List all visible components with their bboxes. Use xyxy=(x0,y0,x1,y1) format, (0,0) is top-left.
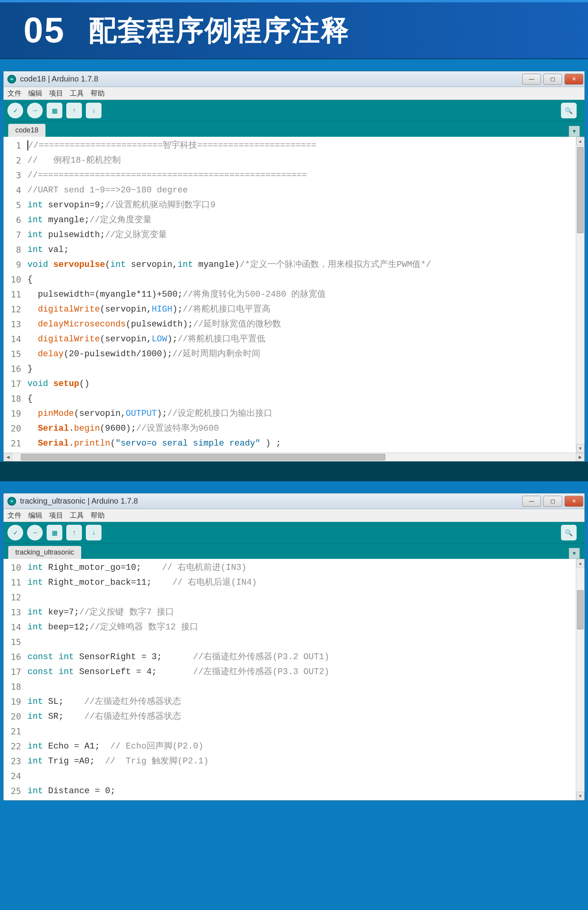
code-line[interactable]: int beep=12;//定义蜂鸣器 数字12 接口 xyxy=(27,620,573,635)
code-line[interactable] xyxy=(27,590,573,605)
code-area[interactable]: int Right_motor_go=10; // 右电机前进(IN3)int … xyxy=(25,559,576,800)
token-text xyxy=(53,652,58,662)
scroll-thumb[interactable] xyxy=(577,590,584,629)
code-line[interactable]: int Right_motor_back=11; // 右电机后退(IN4) xyxy=(27,575,573,590)
line-number: 24 xyxy=(4,769,21,784)
code-editor[interactable]: 123456789101112131415161718192021 //====… xyxy=(4,137,584,453)
code-line[interactable]: //UART send 1~9==>20~180 degree xyxy=(27,183,573,198)
tab-dropdown[interactable]: ▼ xyxy=(569,548,580,559)
scroll-thumb[interactable] xyxy=(577,147,584,233)
menu-edit[interactable]: 编辑 xyxy=(28,89,42,97)
save-button[interactable]: ↓ xyxy=(86,525,102,540)
tab-dropdown[interactable]: ▼ xyxy=(569,126,580,137)
scroll-up-icon[interactable]: ▲ xyxy=(576,137,584,145)
code-line[interactable] xyxy=(27,724,573,739)
code-editor[interactable]: 10111213141516171819202122232425 int Rig… xyxy=(4,559,584,800)
code-line[interactable]: int Trig =A0; // Trig 触发脚(P2.1) xyxy=(27,754,573,769)
token-comment: //将舵机接口电平置高 xyxy=(183,305,270,314)
scroll-down-icon[interactable]: ▼ xyxy=(576,792,584,800)
token-comment: //定义按键 数字7 接口 xyxy=(79,607,174,617)
serial-monitor-button[interactable]: 🔍 xyxy=(561,103,577,118)
menu-file[interactable]: 文件 xyxy=(7,511,22,519)
scroll-up-icon[interactable]: ▲ xyxy=(576,559,584,567)
code-line[interactable]: const int SensorLeft = 4; //左循迹红外传感器(P3.… xyxy=(27,665,573,680)
token-key: int xyxy=(27,563,43,573)
code-line[interactable]: //======================================… xyxy=(27,168,573,183)
token-text: SensorRight = 3; xyxy=(74,652,193,662)
code-line[interactable]: digitalWrite(servopin,LOW);//将舵机接口电平置低 xyxy=(27,332,573,347)
maximize-button[interactable]: ▢ xyxy=(543,74,562,85)
arrow-up-icon: ↑ xyxy=(73,529,76,536)
code-line[interactable]: int val; xyxy=(27,243,573,257)
maximize-button[interactable]: ▢ xyxy=(543,496,562,507)
vertical-scrollbar[interactable]: ▲ ▼ xyxy=(576,137,584,453)
tab-code18[interactable]: code18 xyxy=(8,124,45,137)
code-line[interactable]: { xyxy=(27,272,573,287)
code-line[interactable] xyxy=(27,680,573,694)
minimize-button[interactable]: — xyxy=(522,496,541,507)
code-line[interactable]: int servopin=9;//设置舵机驱动脚到数字口9 xyxy=(27,198,573,213)
upload-button[interactable]: → xyxy=(27,103,43,118)
token-text: (servopin, xyxy=(74,409,126,419)
code-line[interactable]: int myangle;//定义角度变量 xyxy=(27,213,573,228)
token-text: . xyxy=(69,424,74,433)
upload-button[interactable]: → xyxy=(27,525,43,540)
serial-monitor-button[interactable]: 🔍 xyxy=(561,525,577,540)
code-line[interactable]: //========================智宇科技==========… xyxy=(27,138,573,153)
line-number: 25 xyxy=(4,784,21,799)
menu-help[interactable]: 帮助 xyxy=(91,89,105,97)
scroll-left-icon[interactable]: ◀ xyxy=(4,453,12,461)
titlebar[interactable]: ∞ code18 | Arduino 1.7.8 — ▢ ✕ xyxy=(4,71,584,87)
code-line[interactable]: int Right_motor_go=10; // 右电机前进(IN3) xyxy=(27,560,573,575)
minimize-icon: — xyxy=(529,498,534,504)
menu-sketch[interactable]: 项目 xyxy=(49,89,63,97)
code-line[interactable]: int SL; //左循迹红外传感器状态 xyxy=(27,694,573,709)
code-line[interactable]: pulsewidth=(myangle*11)+500;//将角度转化为500-… xyxy=(27,287,573,302)
code-line[interactable]: void servopulse(int servopin,int myangle… xyxy=(27,257,573,272)
code-line[interactable]: delayMicroseconds(pulsewidth);//延时脉宽值的微秒… xyxy=(27,317,573,332)
code-line[interactable]: digitalWrite(servopin,HIGH);//将舵机接口电平置高 xyxy=(27,302,573,317)
new-button[interactable]: ▦ xyxy=(47,103,62,118)
code-line[interactable]: int key=7;//定义按键 数字7 接口 xyxy=(27,605,573,620)
code-line[interactable]: void setup() xyxy=(27,377,573,392)
menu-help[interactable]: 帮助 xyxy=(91,511,105,519)
menu-sketch[interactable]: 项目 xyxy=(49,511,63,519)
code-line[interactable] xyxy=(27,635,573,650)
new-button[interactable]: ▦ xyxy=(47,525,62,540)
code-area[interactable]: //========================智宇科技==========… xyxy=(25,137,576,453)
titlebar[interactable]: ∞ tracking_ultrasonic | Arduino 1.7.8 — … xyxy=(4,493,584,509)
menu-tools[interactable]: 工具 xyxy=(70,89,84,97)
horizontal-scrollbar[interactable]: ◀ ▶ xyxy=(4,453,584,461)
code-line[interactable]: // 例程18-舵机控制 xyxy=(27,153,573,168)
code-line[interactable]: int SR; //右循迹红外传感器状态 xyxy=(27,709,573,724)
open-button[interactable]: ↑ xyxy=(66,103,82,118)
scroll-thumb-h[interactable] xyxy=(21,454,385,460)
tab-tracking-ultrasonic[interactable]: tracking_ultrasonic xyxy=(8,546,81,559)
code-line[interactable]: { xyxy=(27,392,573,406)
scroll-right-icon[interactable]: ▶ xyxy=(576,453,584,461)
code-line[interactable]: delay(20-pulsewidth/1000);//延时周期内剩余时间 xyxy=(27,347,573,362)
code-line[interactable]: Serial.println("servo=o seral simple rea… xyxy=(27,436,573,451)
menu-edit[interactable]: 编辑 xyxy=(28,511,42,519)
token-text: { xyxy=(27,275,33,285)
line-number: 19 xyxy=(4,406,21,421)
code-line[interactable]: int pulsewidth;//定义脉宽变量 xyxy=(27,228,573,243)
code-line[interactable]: int Echo = A1; // Echo回声脚(P2.0) xyxy=(27,739,573,754)
code-line[interactable]: pinMode(servopin,OUTPUT);//设定舵机接口为输出接口 xyxy=(27,406,573,421)
vertical-scrollbar[interactable]: ▲ ▼ xyxy=(576,559,584,800)
code-line[interactable]: } xyxy=(27,362,573,377)
save-button[interactable]: ↓ xyxy=(86,103,102,118)
menu-tools[interactable]: 工具 xyxy=(70,511,84,519)
close-button[interactable]: ✕ xyxy=(564,74,583,85)
code-line[interactable]: int Distance = 0; xyxy=(27,784,573,799)
menu-file[interactable]: 文件 xyxy=(7,89,22,97)
scroll-down-icon[interactable]: ▼ xyxy=(576,444,584,453)
code-line[interactable]: const int SensorRight = 3; //右循迹红外传感器(P3… xyxy=(27,650,573,665)
code-line[interactable]: Serial.begin(9600);//设置波特率为9600 xyxy=(27,421,573,436)
verify-button[interactable]: ✓ xyxy=(7,103,23,118)
minimize-button[interactable]: — xyxy=(522,74,541,85)
code-line[interactable] xyxy=(27,769,573,784)
open-button[interactable]: ↑ xyxy=(66,525,82,540)
close-button[interactable]: ✕ xyxy=(564,496,583,507)
verify-button[interactable]: ✓ xyxy=(7,525,23,540)
